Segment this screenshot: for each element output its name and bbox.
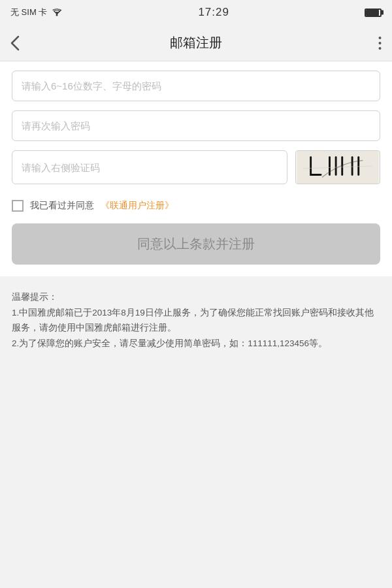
page-title: 邮箱注册 — [170, 34, 222, 52]
status-time: 17:29 — [198, 6, 229, 19]
agreement-link[interactable]: 《联通用户注册》 — [101, 200, 174, 212]
status-bar: 无 SIM 卡 17:29 — [0, 0, 392, 25]
notice-section: 温馨提示： 1.中国雅虎邮箱已于2013年8月19日停止服务，为了确保您能正常找… — [0, 276, 392, 365]
confirm-password-input[interactable] — [12, 110, 380, 141]
sim-signal: 无 SIM 卡 — [10, 7, 47, 18]
notice-line2: 2.为了保障您的账户安全，请尽量减少使用简单密码，如：111111,123456… — [12, 338, 327, 348]
svg-point-0 — [56, 14, 58, 16]
captcha-input[interactable] — [12, 150, 287, 184]
password-input[interactable] — [12, 71, 380, 101]
register-button[interactable]: 同意以上条款并注册 — [12, 223, 380, 265]
more-button[interactable] — [358, 36, 382, 50]
svg-point-2 — [379, 42, 382, 44]
notice-title: 温馨提示： — [12, 292, 57, 302]
status-left: 无 SIM 卡 — [10, 7, 63, 18]
captcha-row — [12, 150, 380, 184]
wifi-icon — [51, 7, 63, 18]
battery-icon — [365, 8, 382, 17]
nav-bar: 邮箱注册 — [0, 25, 392, 61]
notice-text: 温馨提示： 1.中国雅虎邮箱已于2013年8月19日停止服务，为了确保您能正常找… — [12, 289, 380, 351]
status-right — [365, 8, 382, 17]
captcha-image[interactable] — [295, 150, 380, 184]
back-button[interactable] — [10, 35, 34, 51]
agreement-row: 我已看过并同意 《联通用户注册》 — [12, 193, 380, 223]
svg-point-3 — [379, 47, 382, 50]
notice-line1: 1.中国雅虎邮箱已于2013年8月19日停止服务，为了确保您能正常找回账户密码和… — [12, 308, 374, 333]
svg-point-1 — [379, 37, 382, 39]
agreement-text: 我已看过并同意 — [30, 200, 94, 212]
agreement-checkbox[interactable] — [12, 200, 24, 212]
main-content: 我已看过并同意 《联通用户注册》 同意以上条款并注册 — [0, 61, 392, 276]
